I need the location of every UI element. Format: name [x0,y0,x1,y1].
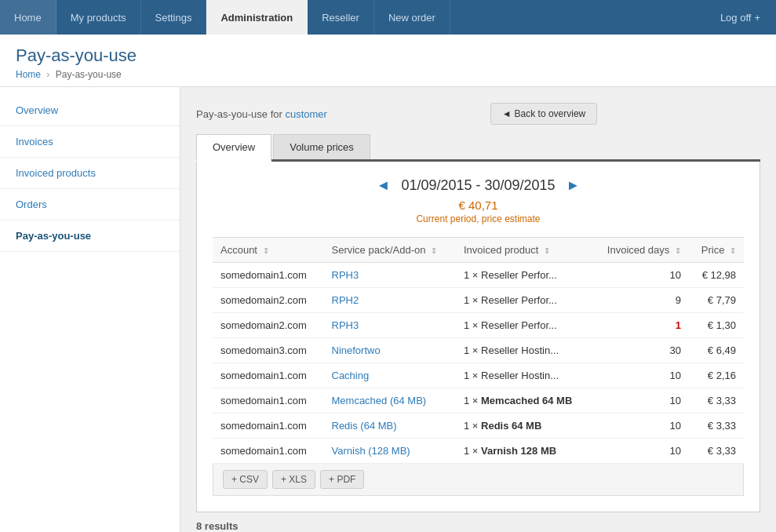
cell-account: somedomain2.com [213,313,324,338]
cell-days: 10 [592,363,689,388]
period-total: € 40,71 [213,199,744,212]
tab-volume-prices[interactable]: Volume prices [273,134,370,159]
table-row: somedomain1.com Memcached (64 MB) 1 × Me… [213,388,744,414]
cell-price: € 3,33 [689,414,744,439]
back-arrow-icon: ◄ [502,108,512,119]
export-xls-button[interactable]: + XLS [272,470,315,489]
sidebar-item-invoiced-products[interactable]: Invoiced products [0,158,180,189]
cell-product: 1 × Reseller Perfor... [456,313,592,338]
logoff-button[interactable]: Log off + [708,0,776,35]
table-row: somedomain1.com Caching 1 × Reseller Hos… [213,363,744,388]
sidebar-item-orders[interactable]: Orders [0,189,180,220]
cell-account: somedomain2.com [213,288,324,313]
period-estimate: Current period, price estimate [213,213,744,224]
nav-home[interactable]: Home [0,0,56,35]
cell-price: € 3,33 [689,439,744,464]
cell-account: somedomain1.com [213,414,324,439]
col-account[interactable]: Account ⇕ [213,238,324,263]
product-name: Memcached 64 MB [481,395,572,406]
nav-administration[interactable]: Administration [206,0,308,35]
period-dates: 01/09/2015 - 30/09/2015 [401,177,555,194]
main-layout: Overview Invoices Invoiced products Orde… [0,87,776,532]
table-row: somedomain2.com RPH3 1 × Reseller Perfor… [213,313,744,338]
product-qty: 1 × [464,445,481,457]
cell-product: 1 × Reseller Perfor... [456,263,592,288]
sort-icon-days: ⇕ [675,246,681,255]
page-title: Pay-as-you-use [16,46,760,66]
cell-account: somedomain1.com [213,388,324,414]
product-qty: 1 × [464,344,481,356]
cell-days: 10 [592,263,689,288]
sidebar-item-invoices[interactable]: Invoices [0,126,180,158]
cell-price: € 6,49 [689,338,744,363]
breadcrumb-home[interactable]: Home [16,69,41,80]
product-name: Reseller Perfor... [481,269,557,281]
cell-product: 1 × Reseller Hostin... [456,338,592,363]
nav-new-order[interactable]: New order [374,0,450,35]
export-csv-button[interactable]: + CSV [223,470,268,489]
cell-product: 1 × Memcached 64 MB [456,388,592,414]
cell-service[interactable]: RPH2 [324,288,456,313]
main-content: Pay-as-you-use for customer ◄ Back to ov… [180,87,776,532]
cell-service[interactable]: Varnish (128 MB) [324,439,456,464]
table-row: somedomain1.com Redis (64 MB) 1 × Redis … [213,414,744,439]
cell-price: € 3,33 [689,388,744,414]
nav-my-products[interactable]: My products [56,0,141,35]
back-to-overview-button[interactable]: ◄ Back to overview [490,103,598,125]
cell-service[interactable]: Memcached (64 MB) [324,388,456,414]
sidebar-item-overview[interactable]: Overview [0,95,180,126]
product-name: Reseller Hostin... [481,370,559,381]
cell-product: 1 × Redis 64 MB [456,414,592,439]
cell-price: € 2,16 [689,363,744,388]
cell-service[interactable]: Caching [324,363,456,388]
cell-price: € 1,30 [689,313,744,338]
cell-service[interactable]: RPH3 [324,263,456,288]
nav-settings[interactable]: Settings [141,0,207,35]
content-header: Pay-as-you-use for customer ◄ Back to ov… [196,103,760,125]
export-bar: + CSV + XLS + PDF [213,464,744,496]
table-header-row: Account ⇕ Service pack/Add-on ⇕ Invoiced… [213,238,744,263]
cell-product: 1 × Reseller Hostin... [456,363,592,388]
cell-account: somedomain3.com [213,338,324,363]
cell-account: somedomain1.com [213,363,324,388]
sort-icon-product: ⇕ [544,246,550,255]
product-name: Reseller Hostin... [481,344,559,356]
product-qty: 1 × [464,269,481,281]
cell-service[interactable]: RPH3 [324,313,456,338]
cell-account: somedomain1.com [213,439,324,464]
cell-price: € 7,79 [689,288,744,313]
col-price[interactable]: Price ⇕ [689,238,744,263]
nav-reseller[interactable]: Reseller [308,0,374,35]
sidebar-item-pay-as-you-use[interactable]: Pay-as-you-use [0,220,180,252]
cell-service[interactable]: Ninefortwo [324,338,456,363]
cell-days: 10 [592,414,689,439]
logoff-icon: + [754,12,760,24]
sort-icon-price: ⇕ [730,246,736,255]
cell-days: 10 [592,439,689,464]
export-pdf-button[interactable]: + PDF [320,470,364,489]
period-next-button[interactable]: ► [567,177,581,194]
tab-overview[interactable]: Overview [196,134,271,162]
product-qty: 1 × [464,319,481,331]
table-row: somedomain1.com RPH3 1 × Reseller Perfor… [213,263,744,288]
page-header: Pay-as-you-use Home › Pay-as-you-use [0,35,776,87]
product-qty: 1 × [464,420,481,432]
period-prev-button[interactable]: ◄ [377,177,391,194]
col-invoiced-product[interactable]: Invoiced product ⇕ [456,238,592,263]
product-qty: 1 × [464,294,481,306]
results-count: 8 results [196,520,760,532]
tab-panel-overview: ◄ 01/09/2015 - 30/09/2015 ► € 40,71 Curr… [196,162,760,512]
cell-service[interactable]: Redis (64 MB) [324,414,456,439]
cell-days: 30 [592,338,689,363]
breadcrumb-current: Pay-as-you-use [56,69,122,80]
invoiced-products-table: Account ⇕ Service pack/Add-on ⇕ Invoiced… [213,237,744,464]
table-row: somedomain1.com Varnish (128 MB) 1 × Var… [213,439,744,464]
col-service-pack[interactable]: Service pack/Add-on ⇕ [324,238,456,263]
product-name: Varnish 128 MB [481,445,556,457]
sidebar: Overview Invoices Invoiced products Orde… [0,87,180,532]
tab-bar: Overview Volume prices [196,134,760,162]
cell-product: 1 × Varnish 128 MB [456,439,592,464]
cell-account: somedomain1.com [213,263,324,288]
cell-days: 9 [592,288,689,313]
col-invoiced-days[interactable]: Invoiced days ⇕ [592,238,689,263]
